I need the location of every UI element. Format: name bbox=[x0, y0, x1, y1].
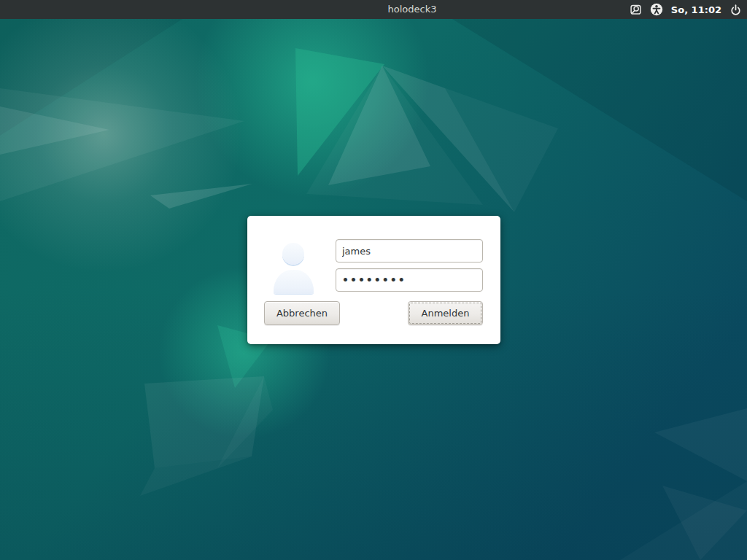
top-bar: holodeck3 bbox=[0, 0, 747, 19]
cancel-button[interactable]: Abbrechen bbox=[264, 301, 340, 325]
system-status-area: So, 11:02 bbox=[630, 0, 742, 19]
accessibility-icon[interactable] bbox=[650, 3, 663, 16]
username-input[interactable] bbox=[336, 239, 483, 262]
screen-magnifier-icon[interactable] bbox=[630, 4, 642, 16]
power-icon[interactable] bbox=[729, 4, 742, 16]
clock-label: So, 11:02 bbox=[671, 4, 721, 15]
login-dialog: Abbrechen Anmelden bbox=[247, 216, 500, 344]
user-avatar-icon bbox=[247, 216, 342, 303]
avatar-head bbox=[282, 243, 304, 265]
login-screen: holodeck3 bbox=[0, 0, 747, 560]
avatar-body bbox=[274, 270, 314, 294]
login-button[interactable]: Anmelden bbox=[408, 301, 483, 325]
hostname-label: holodeck3 bbox=[388, 0, 437, 19]
password-input[interactable] bbox=[336, 268, 483, 292]
